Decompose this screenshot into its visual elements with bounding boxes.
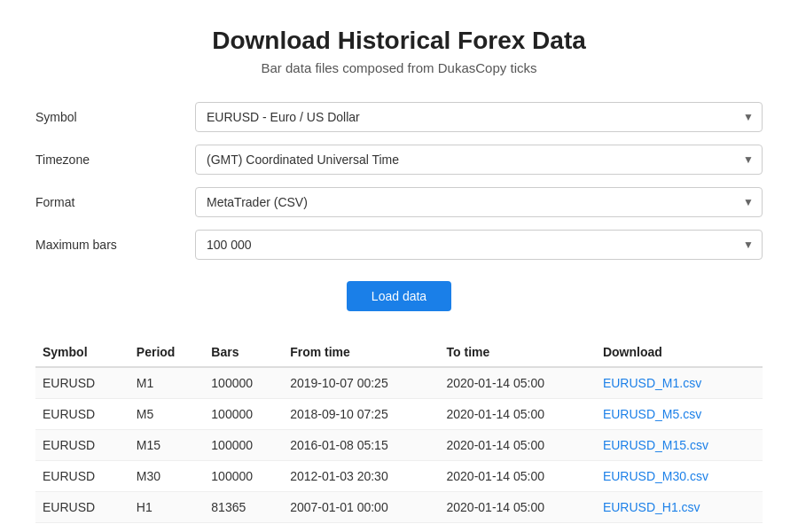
table-row: EURUSDM301000002012-01-03 20:302020-01-1…: [35, 461, 763, 492]
table-row: EURUSDH1813652007-01-01 00:002020-01-14 …: [35, 492, 763, 523]
table-cell: 2020-01-14 05:00: [440, 367, 596, 399]
col-header-to-time: To time: [440, 336, 596, 367]
download-link[interactable]: EURUSD_H1.csv: [603, 500, 700, 514]
load-btn-container: Load data: [35, 281, 763, 311]
download-link[interactable]: EURUSD_M5.csv: [603, 407, 701, 421]
download-link[interactable]: EURUSD_M15.csv: [603, 438, 708, 452]
format-select[interactable]: MetaTrader (CSV)NinjaTrader (CSV)Generic…: [195, 187, 763, 217]
table-cell: 2007-01-01 00:00: [283, 523, 439, 533]
timezone-row: Timezone (GMT) Coordinated Universal Tim…: [35, 145, 763, 175]
page-container: Download Historical Forex Data Bar data …: [18, 0, 780, 532]
col-header-symbol: Symbol: [35, 336, 129, 367]
table-cell: EURUSD: [35, 399, 129, 430]
col-header-period: Period: [129, 336, 205, 367]
table-row: EURUSDM151000002016-01-08 05:152020-01-1…: [35, 430, 763, 461]
format-select-wrapper: MetaTrader (CSV)NinjaTrader (CSV)Generic…: [195, 187, 763, 217]
download-link[interactable]: EURUSD_M30.csv: [603, 469, 708, 483]
table-cell: 2007-01-01 00:00: [283, 492, 439, 523]
table-cell: M30: [129, 461, 205, 492]
table-cell-download: EURUSD_H4.csv: [596, 523, 763, 533]
table-cell: EURUSD: [35, 523, 129, 533]
table-cell: EURUSD: [35, 461, 129, 492]
table-cell: 100000: [204, 399, 283, 430]
table-cell-download: EURUSD_H1.csv: [596, 492, 763, 523]
symbol-select[interactable]: EURUSD - Euro / US DollarGBPUSD - Britis…: [195, 102, 763, 132]
table-cell: 2012-01-03 20:30: [283, 461, 439, 492]
table-cell: EURUSD: [35, 367, 129, 399]
table-cell: M15: [129, 430, 205, 461]
table-cell: 21031: [204, 523, 283, 533]
table-header-row: Symbol Period Bars From time To time Dow…: [35, 336, 763, 367]
maxbars-row: Maximum bars 100 00050 00010 000Unlimite…: [35, 230, 763, 260]
table-cell-download: EURUSD_M1.csv: [596, 367, 763, 399]
table-cell: 100000: [204, 367, 283, 399]
timezone-select-wrapper: (GMT) Coordinated Universal Time(GMT+1) …: [195, 145, 763, 175]
table-cell: 2019-10-07 00:25: [283, 367, 439, 399]
table-cell-download: EURUSD_M15.csv: [596, 430, 763, 461]
symbol-label: Symbol: [35, 110, 195, 124]
col-header-from-time: From time: [283, 336, 439, 367]
data-table: Symbol Period Bars From time To time Dow…: [35, 336, 763, 532]
timezone-label: Timezone: [35, 153, 195, 167]
table-cell: 81365: [204, 492, 283, 523]
symbol-row: Symbol EURUSD - Euro / US DollarGBPUSD -…: [35, 102, 763, 132]
table-cell: EURUSD: [35, 430, 129, 461]
table-cell: 2020-01-14 08:00: [440, 523, 596, 533]
maxbars-select-wrapper: 100 00050 00010 000Unlimited ▼: [195, 230, 763, 260]
table-cell: M1: [129, 367, 205, 399]
maxbars-select[interactable]: 100 00050 00010 000Unlimited: [195, 230, 763, 260]
table-row: EURUSDM51000002018-09-10 07:252020-01-14…: [35, 399, 763, 430]
page-subtitle: Bar data files composed from DukasCopy t…: [35, 60, 763, 75]
table-cell: 2020-01-14 05:00: [440, 399, 596, 430]
table-cell-download: EURUSD_M30.csv: [596, 461, 763, 492]
table-cell: 100000: [204, 461, 283, 492]
table-row: EURUSDM11000002019-10-07 00:252020-01-14…: [35, 367, 763, 399]
form-section: Symbol EURUSD - Euro / US DollarGBPUSD -…: [35, 102, 763, 260]
table-cell: 2020-01-14 05:00: [440, 492, 596, 523]
page-title: Download Historical Forex Data: [35, 27, 763, 55]
table-cell: EURUSD: [35, 492, 129, 523]
table-cell: H4: [129, 523, 205, 533]
table-cell: 100000: [204, 430, 283, 461]
table-cell: 2016-01-08 05:15: [283, 430, 439, 461]
timezone-select[interactable]: (GMT) Coordinated Universal Time(GMT+1) …: [195, 145, 763, 175]
table-cell: H1: [129, 492, 205, 523]
table-cell: 2020-01-14 05:00: [440, 430, 596, 461]
symbol-select-wrapper: EURUSD - Euro / US DollarGBPUSD - Britis…: [195, 102, 763, 132]
table-row: EURUSDH4210312007-01-01 00:002020-01-14 …: [35, 523, 763, 533]
col-header-download: Download: [596, 336, 763, 367]
table-cell: 2018-09-10 07:25: [283, 399, 439, 430]
table-cell-download: EURUSD_M5.csv: [596, 399, 763, 430]
table-header: Symbol Period Bars From time To time Dow…: [35, 336, 763, 367]
col-header-bars: Bars: [204, 336, 283, 367]
table-body: EURUSDM11000002019-10-07 00:252020-01-14…: [35, 367, 763, 532]
maxbars-label: Maximum bars: [35, 238, 195, 252]
table-cell: 2020-01-14 05:00: [440, 461, 596, 492]
download-link[interactable]: EURUSD_M1.csv: [603, 376, 701, 390]
table-cell: M5: [129, 399, 205, 430]
format-row: Format MetaTrader (CSV)NinjaTrader (CSV)…: [35, 187, 763, 217]
format-label: Format: [35, 195, 195, 209]
load-data-button[interactable]: Load data: [347, 281, 451, 311]
